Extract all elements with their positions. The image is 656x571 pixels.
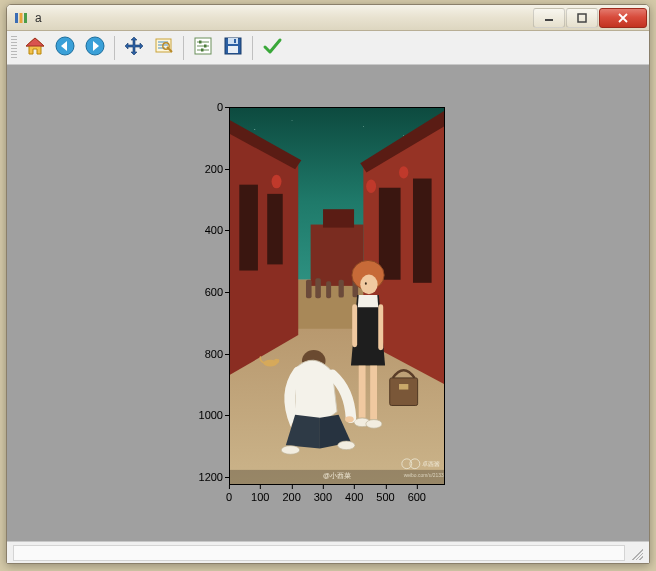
close-button[interactable] [599, 8, 647, 28]
sliders-icon [192, 35, 214, 61]
zoom-rect-icon [153, 35, 175, 61]
toolbar-separator [114, 36, 115, 60]
titlebar[interactable]: a [7, 5, 649, 31]
x-tick: 100 [251, 485, 269, 503]
svg-point-54 [360, 275, 377, 295]
x-tick: 400 [345, 485, 363, 503]
svg-rect-31 [267, 194, 283, 265]
svg-rect-14 [199, 40, 202, 43]
x-tick: 0 [226, 485, 232, 503]
resize-grip-icon[interactable] [629, 546, 643, 560]
svg-rect-50 [390, 378, 418, 406]
svg-rect-4 [578, 14, 586, 22]
svg-point-22 [254, 129, 255, 130]
save-button[interactable] [219, 34, 247, 62]
svg-rect-1 [20, 13, 23, 23]
arrow-right-icon [84, 35, 106, 61]
svg-point-24 [363, 126, 364, 127]
y-tick: 1000 [199, 409, 229, 421]
svg-rect-58 [359, 366, 366, 418]
figure-canvas[interactable]: @小西菜 卓西酱 weibo.com/u/2133570793 02004006… [7, 65, 649, 541]
y-tick: 200 [205, 163, 229, 175]
toolbar-separator [183, 36, 184, 60]
svg-point-23 [292, 120, 293, 121]
svg-rect-51 [399, 384, 408, 390]
svg-point-25 [403, 135, 404, 136]
svg-rect-30 [239, 185, 258, 271]
maximize-button[interactable] [566, 8, 598, 28]
status-text [13, 545, 625, 561]
axes: @小西菜 卓西酱 weibo.com/u/2133570793 02004006… [229, 107, 445, 485]
svg-marker-6 [26, 38, 44, 46]
svg-rect-16 [201, 48, 204, 51]
svg-text:weibo.com/u/2133570793: weibo.com/u/2133570793 [404, 473, 444, 478]
forward-button[interactable] [81, 34, 109, 62]
svg-point-65 [281, 446, 300, 455]
svg-rect-56 [352, 304, 357, 347]
y-tick: 800 [205, 348, 229, 360]
svg-rect-34 [379, 188, 401, 280]
x-tick: 200 [282, 485, 300, 503]
svg-point-39 [366, 179, 376, 192]
svg-rect-41 [306, 280, 312, 298]
svg-rect-43 [326, 281, 331, 298]
svg-point-40 [399, 166, 408, 178]
svg-text:@小西菜: @小西菜 [323, 473, 351, 480]
back-button[interactable] [51, 34, 79, 62]
app-window: a [6, 4, 650, 564]
y-tick: 1200 [199, 471, 229, 483]
svg-rect-2 [24, 13, 27, 23]
home-button[interactable] [21, 34, 49, 62]
statusbar [7, 541, 649, 563]
x-tick: 600 [408, 485, 426, 503]
y-tick: 400 [205, 224, 229, 236]
y-tick: 0 [217, 101, 229, 113]
svg-rect-20 [228, 46, 238, 53]
svg-rect-0 [15, 13, 18, 23]
window-title: a [35, 11, 532, 25]
subplots-button[interactable] [189, 34, 217, 62]
svg-rect-57 [378, 304, 383, 350]
toolbar-grip [11, 36, 17, 60]
floppy-icon [222, 35, 244, 61]
pan-button[interactable] [120, 34, 148, 62]
svg-rect-19 [234, 39, 236, 43]
arrow-left-icon [54, 35, 76, 61]
y-tick: 600 [205, 286, 229, 298]
svg-rect-59 [370, 366, 377, 420]
x-tick: 300 [314, 485, 332, 503]
svg-point-61 [366, 420, 382, 429]
svg-rect-42 [315, 278, 321, 298]
x-tick: 500 [376, 485, 394, 503]
svg-point-38 [272, 175, 282, 188]
minimize-button[interactable] [533, 8, 565, 28]
axes-image: @小西菜 卓西酱 weibo.com/u/2133570793 [229, 107, 445, 485]
home-icon [24, 35, 46, 61]
svg-text:卓西酱: 卓西酱 [422, 461, 440, 467]
svg-rect-35 [413, 179, 432, 283]
customize-button[interactable] [258, 34, 286, 62]
move-icon [123, 35, 145, 61]
svg-rect-18 [228, 38, 238, 44]
toolbar [7, 31, 649, 65]
app-icon [13, 10, 29, 26]
svg-rect-3 [545, 19, 553, 21]
window-controls [532, 8, 647, 28]
toolbar-separator [252, 36, 253, 60]
check-icon [261, 35, 283, 61]
svg-rect-15 [204, 44, 207, 47]
svg-point-63 [345, 416, 354, 422]
svg-point-55 [365, 282, 367, 284]
svg-rect-37 [323, 209, 354, 227]
svg-point-66 [338, 441, 355, 450]
svg-rect-44 [339, 280, 344, 298]
zoom-button[interactable] [150, 34, 178, 62]
